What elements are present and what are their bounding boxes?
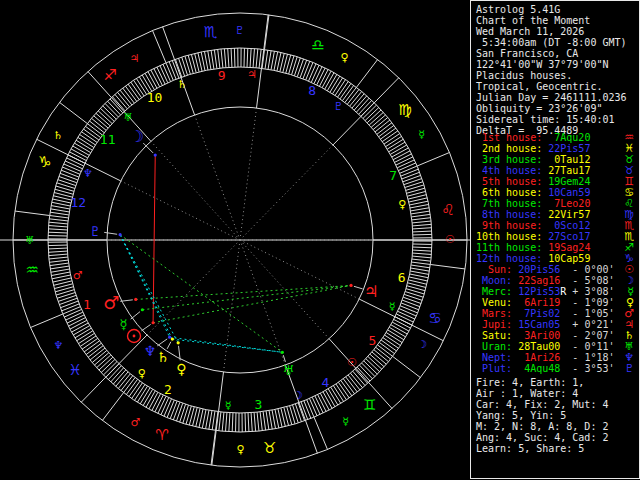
- planet-pointer-line: [104, 232, 117, 234]
- chart-header: Astrolog 5.41GChart of the MomentWed Mar…: [476, 4, 636, 136]
- planet-position-list: Sun: 20Pis56 - 0°00'☉ Moon: 22Sag16 - 5°…: [476, 264, 636, 374]
- degree-tick: [175, 59, 181, 77]
- degree-tick: [64, 309, 81, 317]
- degree-tick: [411, 265, 430, 268]
- planet-velocity: - 1°09': [566, 297, 614, 308]
- degree-tick: [59, 176, 77, 182]
- degree-tick: [412, 224, 431, 226]
- house-cusp-list: 1st house: 7Aqu20♒ 2nd house: 22Pis57♓ 3…: [476, 132, 636, 264]
- degree-tick: [413, 234, 432, 235]
- planet-row: Plut: 4Aqu48 - 3°53'♇: [476, 363, 636, 374]
- degree-tick: [58, 295, 76, 301]
- house-ruler-icon: ♅: [123, 111, 133, 124]
- sign-ruler-icon: ♀: [237, 443, 245, 456]
- house-number: 2: [164, 382, 172, 397]
- planet-position-dot: [281, 351, 284, 354]
- zodiac-sign-icon: ♑: [38, 153, 51, 171]
- house-cusp-ray: [240, 108, 257, 240]
- planet-position-value: 4Aqu48: [512, 363, 560, 374]
- degree-tick: [59, 298, 77, 304]
- degree-tick: [413, 250, 432, 251]
- planet-row: Nept: 1Ari26 - 1°18'♆: [476, 352, 636, 363]
- degree-tick: [403, 297, 421, 303]
- house-ruler-icon: ☽: [293, 389, 303, 402]
- sign-ruler-icon: ♄: [53, 129, 63, 142]
- sign-ruler-icon: ♂: [131, 416, 141, 429]
- house-row: 8th house: 22Vir57♍: [476, 209, 636, 220]
- degree-tick: [254, 412, 256, 431]
- house-number: 1: [83, 297, 91, 312]
- aspect-line: [136, 285, 351, 299]
- astrolog-window: { "app": {"name": "Astrolog 5.41G"}, "co…: [0, 0, 640, 480]
- degree-tick: [57, 183, 75, 189]
- house-row: 9th house: 0Sco12♏: [476, 220, 636, 231]
- planet-position-dot: [349, 284, 352, 287]
- house-number: 6: [398, 270, 406, 285]
- header-line: Julian Day = 2461111.0236: [476, 92, 636, 103]
- degree-tick: [211, 50, 214, 69]
- degree-tick: [245, 413, 246, 432]
- house-cusp-value: 0Sco12: [542, 220, 590, 231]
- degree-tick: [300, 60, 307, 78]
- degree-tick: [66, 312, 83, 320]
- planet-label: Satu:: [476, 330, 512, 341]
- tally-line: Air : 1, Water: 4: [476, 388, 636, 399]
- degree-tick: [48, 232, 67, 233]
- planet-icon: ♇: [624, 363, 636, 374]
- sign-boundary-line: [430, 264, 465, 268]
- degree-tick: [312, 397, 320, 414]
- header-line: Chart of the Moment: [476, 15, 636, 26]
- uranus-icon: ♅: [282, 363, 294, 378]
- planet-position-dot: [171, 337, 174, 340]
- header-line: Tropical, Geocentric.: [476, 81, 636, 92]
- zodiac-sign-icon: ♓: [68, 361, 81, 379]
- aspect-line: [170, 337, 283, 352]
- header-line: Obliquity = 23°26'09": [476, 103, 636, 114]
- degree-tick: [396, 314, 413, 322]
- degree-tick: [410, 274, 429, 278]
- tally-line: M: 2, N: 8, A: 8, D: 2: [476, 421, 636, 432]
- degree-tick: [52, 202, 71, 206]
- sign-boundary-line: [314, 417, 327, 449]
- degree-tick: [402, 172, 420, 179]
- degree-tick: [232, 413, 233, 432]
- tally-line: Ang: 4, Suc: 4, Cad: 2: [476, 432, 636, 443]
- planet-pointer-line: [354, 286, 363, 289]
- planet-position-dot: [119, 233, 122, 236]
- planet-velocity: + 3°08': [566, 286, 614, 297]
- header-line: 122°41'00"W 37°79'00"N: [476, 59, 636, 70]
- sign-boundary-line: [15, 211, 50, 215]
- planet-row: Satu: 3Ari00 - 2°07'♄: [476, 330, 636, 341]
- degree-tick: [272, 410, 276, 429]
- house-number: 7: [389, 168, 397, 183]
- degree-tick: [219, 412, 221, 431]
- sign-boundary-line: [211, 430, 215, 465]
- planet-velocity: - 5°08': [566, 275, 614, 286]
- house-cusp-value: 19Gem24: [542, 176, 590, 187]
- degree-tick: [304, 401, 311, 419]
- house-row: 3rd house: 0Tau12♉: [476, 154, 636, 165]
- degree-tick: [265, 50, 268, 69]
- house-cusp-value: 27Tau17: [542, 165, 590, 176]
- degree-tick: [253, 49, 254, 68]
- house-row: 11th house: 19Sag24♐: [476, 242, 636, 253]
- degree-tick: [401, 303, 419, 310]
- degree-tick: [411, 208, 430, 211]
- degree-tick: [212, 411, 215, 430]
- degree-tick: [57, 293, 75, 299]
- degree-tick: [266, 411, 269, 430]
- degree-tick: [404, 179, 422, 185]
- degree-tick: [183, 405, 189, 423]
- degree-tick: [49, 226, 68, 227]
- degree-tick: [413, 231, 432, 232]
- planet-position-dot: [168, 336, 171, 339]
- house-number: 3: [255, 397, 263, 412]
- planet-velocity: - 0°11': [566, 341, 614, 352]
- house-row: 7th house: 7Leo20♌: [476, 198, 636, 209]
- degree-tick: [50, 263, 69, 266]
- planet-label: Mars:: [476, 308, 512, 319]
- planet-row: Mars: 7Pis02 - 1°05'♂: [476, 308, 636, 319]
- header-line: Sidereal time: 15:40:01: [476, 114, 636, 125]
- degree-tick: [231, 48, 232, 67]
- degree-tick: [48, 245, 67, 246]
